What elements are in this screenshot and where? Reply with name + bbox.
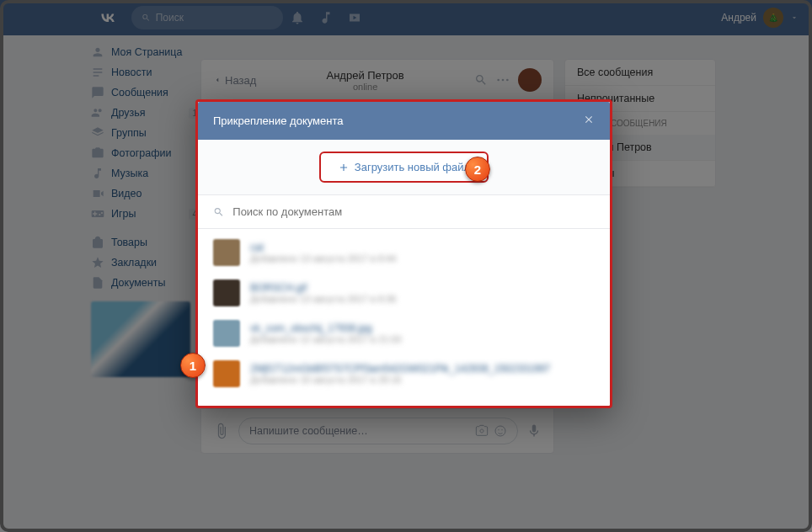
doc-thumbnail — [213, 239, 240, 266]
doc-thumbnail — [213, 360, 240, 387]
document-item[interactable]: 2Mjf1T12mGbBf37S7CPf3am542GW021Pik_14293… — [213, 354, 595, 394]
annotation-badge-2: 2 — [465, 157, 490, 182]
doc-thumbnail — [213, 320, 240, 347]
search-icon — [213, 206, 224, 218]
close-icon[interactable] — [583, 114, 595, 128]
document-item[interactable]: vk_com_obschij_17938.jpgДобавлено 12 авг… — [213, 313, 595, 354]
modal-title: Прикрепление документа — [213, 114, 344, 127]
annotation-badge-1: 1 — [180, 353, 206, 378]
upload-section: Загрузить новый файл — [198, 140, 610, 195]
upload-new-file-button[interactable]: Загрузить новый файл — [319, 152, 489, 183]
plus-icon — [338, 162, 350, 173]
document-item[interactable]: catДобавлено 13 августа 2017 в 8:44 — [213, 232, 595, 273]
search-documents[interactable] — [198, 195, 610, 229]
doc-thumbnail — [213, 279, 240, 306]
attach-document-modal: Прикрепление документа Загрузить новый ф… — [195, 99, 612, 408]
document-item[interactable]: BORSCH.gifДобавлено 13 августа 2017 в 8:… — [213, 273, 595, 313]
document-list: catДобавлено 13 августа 2017 в 8:44 BORS… — [198, 229, 610, 406]
modal-header: Прикрепление документа — [198, 102, 610, 140]
documents-search-input[interactable] — [232, 205, 595, 218]
